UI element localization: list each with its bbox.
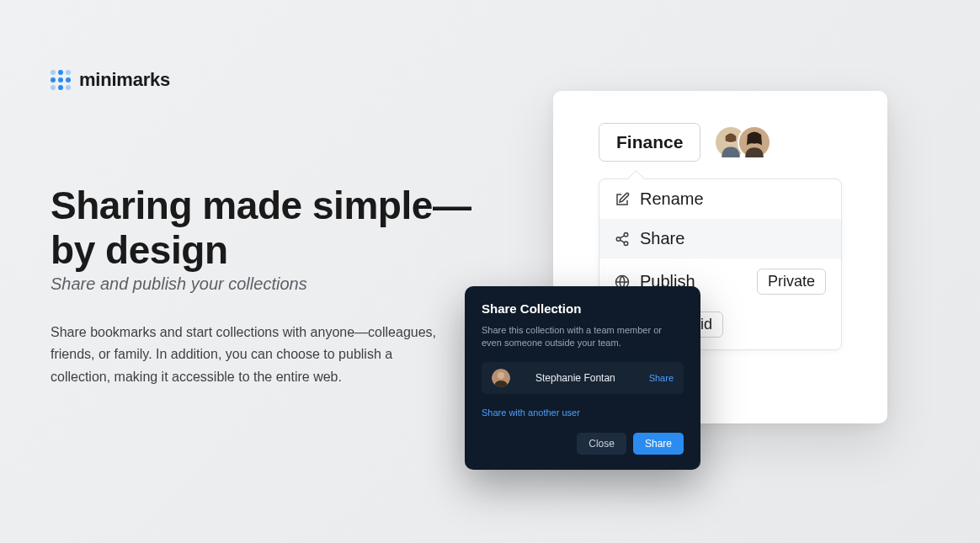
- share-user-row: Stephanie Fontan Share: [482, 362, 684, 394]
- publish-visibility-badge[interactable]: Private: [757, 269, 826, 295]
- brand-name: minimarks: [79, 69, 170, 91]
- share-icon: [615, 232, 630, 247]
- edit-icon: [615, 192, 630, 207]
- share-another-user-link[interactable]: Share with another user: [482, 407, 580, 418]
- hero-subhead: Share and publish your collections: [51, 274, 307, 294]
- avatar: [738, 125, 771, 159]
- modal-subtitle: Share this collection with a team member…: [482, 324, 684, 350]
- menu-item-label: Rename: [640, 189, 704, 209]
- svg-point-6: [624, 242, 628, 246]
- collection-name-pill[interactable]: Finance: [599, 123, 700, 162]
- brand-logo-icon: [51, 70, 71, 90]
- share-user-action[interactable]: Share: [649, 373, 674, 383]
- menu-item-rename[interactable]: Rename: [599, 179, 841, 219]
- svg-point-5: [616, 237, 620, 241]
- menu-item-label: Share: [640, 229, 684, 248]
- modal-title: Share Collection: [482, 301, 684, 316]
- share-collection-modal: Share Collection Share this collection w…: [465, 286, 700, 470]
- svg-point-4: [624, 232, 628, 237]
- svg-line-7: [620, 235, 624, 237]
- menu-item-share[interactable]: Share: [599, 219, 841, 258]
- hero-body: Share bookmarks and start collections wi…: [51, 322, 438, 388]
- avatar: [492, 369, 510, 387]
- share-user-name: Stephanie Fontan: [520, 372, 639, 384]
- svg-line-8: [620, 240, 624, 242]
- hero-headline: Sharing made simple— by design: [51, 184, 471, 273]
- share-button[interactable]: Share: [633, 433, 684, 455]
- brand-logo: minimarks: [51, 69, 170, 91]
- close-button[interactable]: Close: [577, 433, 626, 455]
- svg-point-11: [498, 372, 504, 379]
- collection-members: [714, 125, 771, 159]
